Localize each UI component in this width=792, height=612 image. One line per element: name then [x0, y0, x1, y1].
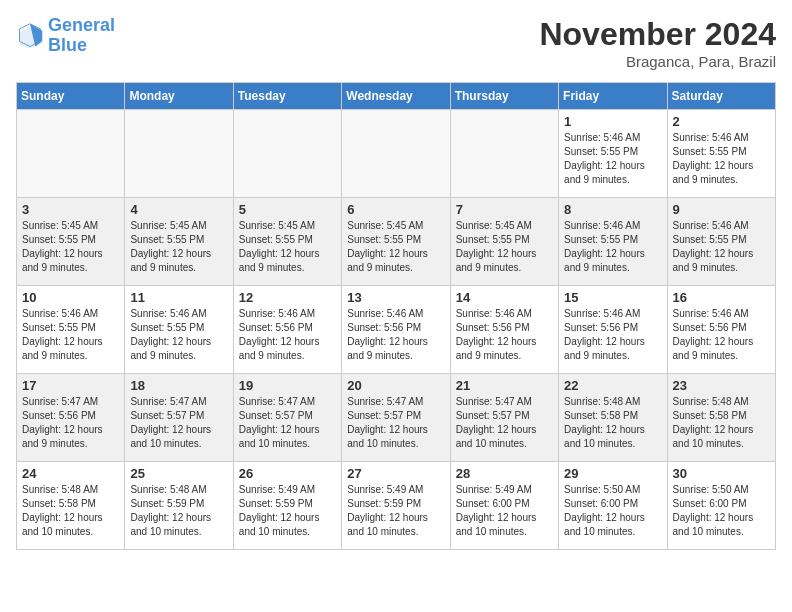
calendar-cell: 5Sunrise: 5:45 AM Sunset: 5:55 PM Daylig…	[233, 198, 341, 286]
day-number: 29	[564, 466, 661, 481]
calendar-cell: 8Sunrise: 5:46 AM Sunset: 5:55 PM Daylig…	[559, 198, 667, 286]
day-info: Sunrise: 5:46 AM Sunset: 5:55 PM Dayligh…	[673, 219, 770, 275]
weekday-header: Tuesday	[233, 83, 341, 110]
day-info: Sunrise: 5:47 AM Sunset: 5:57 PM Dayligh…	[239, 395, 336, 451]
calendar-cell: 30Sunrise: 5:50 AM Sunset: 6:00 PM Dayli…	[667, 462, 775, 550]
calendar-cell: 15Sunrise: 5:46 AM Sunset: 5:56 PM Dayli…	[559, 286, 667, 374]
day-info: Sunrise: 5:48 AM Sunset: 5:58 PM Dayligh…	[564, 395, 661, 451]
day-info: Sunrise: 5:48 AM Sunset: 5:59 PM Dayligh…	[130, 483, 227, 539]
calendar-cell: 11Sunrise: 5:46 AM Sunset: 5:55 PM Dayli…	[125, 286, 233, 374]
day-number: 18	[130, 378, 227, 393]
day-number: 25	[130, 466, 227, 481]
day-info: Sunrise: 5:45 AM Sunset: 5:55 PM Dayligh…	[456, 219, 553, 275]
day-number: 13	[347, 290, 444, 305]
day-number: 14	[456, 290, 553, 305]
calendar-table: SundayMondayTuesdayWednesdayThursdayFrid…	[16, 82, 776, 550]
day-info: Sunrise: 5:46 AM Sunset: 5:55 PM Dayligh…	[564, 131, 661, 187]
day-info: Sunrise: 5:46 AM Sunset: 5:56 PM Dayligh…	[564, 307, 661, 363]
calendar-cell: 9Sunrise: 5:46 AM Sunset: 5:55 PM Daylig…	[667, 198, 775, 286]
calendar-cell	[450, 110, 558, 198]
day-info: Sunrise: 5:46 AM Sunset: 5:55 PM Dayligh…	[564, 219, 661, 275]
day-info: Sunrise: 5:46 AM Sunset: 5:56 PM Dayligh…	[456, 307, 553, 363]
day-number: 30	[673, 466, 770, 481]
calendar-week: 10Sunrise: 5:46 AM Sunset: 5:55 PM Dayli…	[17, 286, 776, 374]
day-number: 17	[22, 378, 119, 393]
day-number: 3	[22, 202, 119, 217]
calendar-header: SundayMondayTuesdayWednesdayThursdayFrid…	[17, 83, 776, 110]
day-info: Sunrise: 5:49 AM Sunset: 5:59 PM Dayligh…	[239, 483, 336, 539]
day-number: 2	[673, 114, 770, 129]
day-number: 26	[239, 466, 336, 481]
calendar-week: 24Sunrise: 5:48 AM Sunset: 5:58 PM Dayli…	[17, 462, 776, 550]
calendar-cell: 18Sunrise: 5:47 AM Sunset: 5:57 PM Dayli…	[125, 374, 233, 462]
logo-icon	[16, 22, 44, 50]
day-number: 1	[564, 114, 661, 129]
calendar-cell	[17, 110, 125, 198]
calendar-cell: 7Sunrise: 5:45 AM Sunset: 5:55 PM Daylig…	[450, 198, 558, 286]
calendar-week: 17Sunrise: 5:47 AM Sunset: 5:56 PM Dayli…	[17, 374, 776, 462]
logo-text: General Blue	[48, 16, 115, 56]
location: Braganca, Para, Brazil	[539, 53, 776, 70]
day-number: 12	[239, 290, 336, 305]
weekday-header: Wednesday	[342, 83, 450, 110]
day-number: 15	[564, 290, 661, 305]
weekday-header: Friday	[559, 83, 667, 110]
day-info: Sunrise: 5:47 AM Sunset: 5:57 PM Dayligh…	[456, 395, 553, 451]
day-info: Sunrise: 5:45 AM Sunset: 5:55 PM Dayligh…	[347, 219, 444, 275]
calendar-cell: 12Sunrise: 5:46 AM Sunset: 5:56 PM Dayli…	[233, 286, 341, 374]
calendar-week: 3Sunrise: 5:45 AM Sunset: 5:55 PM Daylig…	[17, 198, 776, 286]
calendar-cell	[233, 110, 341, 198]
calendar-cell: 27Sunrise: 5:49 AM Sunset: 5:59 PM Dayli…	[342, 462, 450, 550]
day-number: 4	[130, 202, 227, 217]
calendar-cell: 4Sunrise: 5:45 AM Sunset: 5:55 PM Daylig…	[125, 198, 233, 286]
weekday-header: Sunday	[17, 83, 125, 110]
calendar-cell	[125, 110, 233, 198]
day-number: 10	[22, 290, 119, 305]
day-number: 11	[130, 290, 227, 305]
day-number: 5	[239, 202, 336, 217]
calendar-cell: 3Sunrise: 5:45 AM Sunset: 5:55 PM Daylig…	[17, 198, 125, 286]
calendar-cell: 14Sunrise: 5:46 AM Sunset: 5:56 PM Dayli…	[450, 286, 558, 374]
day-info: Sunrise: 5:46 AM Sunset: 5:55 PM Dayligh…	[130, 307, 227, 363]
calendar-cell: 28Sunrise: 5:49 AM Sunset: 6:00 PM Dayli…	[450, 462, 558, 550]
calendar-cell: 10Sunrise: 5:46 AM Sunset: 5:55 PM Dayli…	[17, 286, 125, 374]
header-row: SundayMondayTuesdayWednesdayThursdayFrid…	[17, 83, 776, 110]
day-info: Sunrise: 5:47 AM Sunset: 5:57 PM Dayligh…	[130, 395, 227, 451]
day-info: Sunrise: 5:45 AM Sunset: 5:55 PM Dayligh…	[22, 219, 119, 275]
title-block: November 2024 Braganca, Para, Brazil	[539, 16, 776, 70]
calendar-cell: 20Sunrise: 5:47 AM Sunset: 5:57 PM Dayli…	[342, 374, 450, 462]
day-number: 7	[456, 202, 553, 217]
day-info: Sunrise: 5:49 AM Sunset: 6:00 PM Dayligh…	[456, 483, 553, 539]
day-info: Sunrise: 5:47 AM Sunset: 5:56 PM Dayligh…	[22, 395, 119, 451]
day-info: Sunrise: 5:46 AM Sunset: 5:56 PM Dayligh…	[347, 307, 444, 363]
day-number: 21	[456, 378, 553, 393]
day-number: 24	[22, 466, 119, 481]
day-info: Sunrise: 5:46 AM Sunset: 5:55 PM Dayligh…	[673, 131, 770, 187]
calendar-cell: 25Sunrise: 5:48 AM Sunset: 5:59 PM Dayli…	[125, 462, 233, 550]
calendar-cell: 26Sunrise: 5:49 AM Sunset: 5:59 PM Dayli…	[233, 462, 341, 550]
day-info: Sunrise: 5:50 AM Sunset: 6:00 PM Dayligh…	[673, 483, 770, 539]
day-info: Sunrise: 5:46 AM Sunset: 5:56 PM Dayligh…	[673, 307, 770, 363]
calendar-cell: 17Sunrise: 5:47 AM Sunset: 5:56 PM Dayli…	[17, 374, 125, 462]
calendar-cell: 22Sunrise: 5:48 AM Sunset: 5:58 PM Dayli…	[559, 374, 667, 462]
calendar-cell: 23Sunrise: 5:48 AM Sunset: 5:58 PM Dayli…	[667, 374, 775, 462]
page-header: General Blue November 2024 Braganca, Par…	[16, 16, 776, 70]
weekday-header: Saturday	[667, 83, 775, 110]
calendar-cell: 2Sunrise: 5:46 AM Sunset: 5:55 PM Daylig…	[667, 110, 775, 198]
calendar-cell	[342, 110, 450, 198]
calendar-cell: 19Sunrise: 5:47 AM Sunset: 5:57 PM Dayli…	[233, 374, 341, 462]
day-number: 9	[673, 202, 770, 217]
day-number: 28	[456, 466, 553, 481]
day-info: Sunrise: 5:48 AM Sunset: 5:58 PM Dayligh…	[22, 483, 119, 539]
day-number: 27	[347, 466, 444, 481]
day-number: 8	[564, 202, 661, 217]
weekday-header: Thursday	[450, 83, 558, 110]
day-info: Sunrise: 5:49 AM Sunset: 5:59 PM Dayligh…	[347, 483, 444, 539]
day-info: Sunrise: 5:45 AM Sunset: 5:55 PM Dayligh…	[239, 219, 336, 275]
day-number: 6	[347, 202, 444, 217]
calendar-week: 1Sunrise: 5:46 AM Sunset: 5:55 PM Daylig…	[17, 110, 776, 198]
day-number: 20	[347, 378, 444, 393]
day-info: Sunrise: 5:45 AM Sunset: 5:55 PM Dayligh…	[130, 219, 227, 275]
day-info: Sunrise: 5:47 AM Sunset: 5:57 PM Dayligh…	[347, 395, 444, 451]
day-number: 16	[673, 290, 770, 305]
